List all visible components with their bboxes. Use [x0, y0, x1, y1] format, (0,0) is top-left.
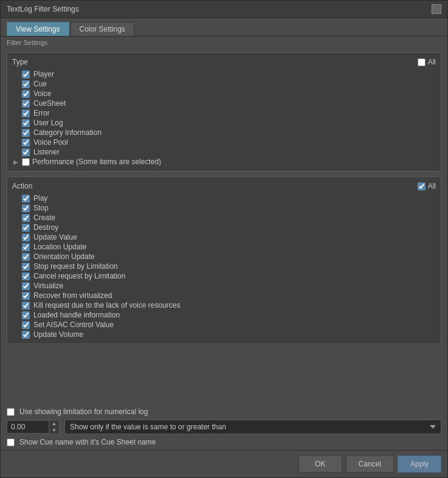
action-section-title: Action	[12, 182, 32, 190]
cue-name-label: Show Cue name with it's Cue Sheet name	[19, 438, 156, 446]
type-performance-label: Performance (Some items are selected)	[32, 158, 161, 166]
type-userlog-checkbox[interactable]	[22, 119, 30, 127]
type-performance-checkbox[interactable]	[22, 158, 30, 166]
list-item: User Log	[22, 119, 436, 127]
type-section-title: Type	[12, 58, 28, 66]
type-cue-checkbox[interactable]	[22, 80, 30, 88]
limitation-checkbox[interactable]	[7, 408, 15, 416]
spinner-down-button[interactable]: ▼	[49, 427, 59, 434]
action-orientationupdate-checkbox[interactable]	[22, 253, 30, 261]
type-userlog-label: User Log	[33, 119, 63, 127]
list-item: Voice	[22, 89, 436, 98]
action-locationupdate-label: Location Update	[33, 243, 86, 251]
type-voicepool-label: Voice Pool	[33, 138, 68, 147]
action-cancelrequest-checkbox[interactable]	[22, 272, 30, 280]
list-item: Error	[22, 109, 436, 117]
main-window: TextLog Filter Settings View Settings Co…	[0, 0, 448, 478]
list-item: Cue	[22, 80, 436, 88]
action-play-checkbox[interactable]	[22, 195, 30, 203]
action-killrequest-label: Kill request due to the lack of voice re…	[33, 301, 180, 310]
action-stoprequest-checkbox[interactable]	[22, 263, 30, 271]
action-all-checkbox[interactable]	[418, 182, 426, 190]
action-create-label: Create	[33, 213, 55, 222]
limitation-checkbox-row: Use showing limitation for numerical log	[7, 407, 441, 416]
action-virtualize-checkbox[interactable]	[22, 282, 30, 290]
action-orientationupdate-label: Orientation Update	[33, 252, 95, 261]
limitation-input-row: ▲ ▼ Show only if the value is same to or…	[7, 420, 441, 434]
type-all-label: All	[428, 58, 436, 66]
tab-color-settings[interactable]: Color Settings	[71, 22, 134, 36]
apply-button[interactable]: Apply	[398, 455, 441, 473]
list-item: Update Volume	[22, 330, 436, 339]
action-recovervirt-checkbox[interactable]	[22, 292, 30, 300]
tab-view-settings[interactable]: View Settings	[7, 22, 69, 36]
cue-name-checkbox[interactable]	[7, 438, 15, 446]
list-item: Create	[22, 213, 436, 222]
limitation-dropdown[interactable]: Show only if the value is same to or gre…	[64, 420, 441, 434]
cue-name-row: Show Cue name with it's Cue Sheet name	[7, 438, 441, 446]
tree-arrow-icon: ▶	[13, 159, 19, 165]
action-updatevolume-label: Update Volume	[33, 330, 83, 339]
action-setaisac-checkbox[interactable]	[22, 321, 30, 329]
type-player-label: Player	[33, 70, 54, 78]
type-checkbox-list: Player Cue Voice CueSheet Error	[12, 70, 436, 166]
list-item: Player	[22, 70, 436, 78]
action-virtualize-label: Virtualize	[33, 282, 63, 290]
type-cuesheet-checkbox[interactable]	[22, 100, 30, 108]
num-input-group: ▲ ▼	[7, 420, 60, 434]
type-cuesheet-label: CueSheet	[33, 99, 66, 108]
action-checkbox-list: Play Stop Create Destroy Update Value	[12, 194, 436, 339]
action-killrequest-checkbox[interactable]	[22, 302, 30, 310]
action-destroy-checkbox[interactable]	[22, 224, 30, 232]
footer-buttons: OK Cancel Apply	[1, 450, 447, 477]
action-stop-checkbox[interactable]	[22, 204, 30, 212]
type-section-header: Type All	[12, 58, 436, 66]
bottom-section: Use showing limitation for numerical log…	[1, 404, 447, 450]
action-section: Action All Play Stop Create	[7, 176, 441, 344]
cancel-button[interactable]: Cancel	[346, 455, 394, 473]
type-error-checkbox[interactable]	[22, 109, 30, 117]
action-recovervirt-label: Recover from virtualized	[33, 291, 112, 300]
list-item: Orientation Update	[22, 252, 436, 261]
close-icon[interactable]	[432, 4, 441, 14]
type-voice-label: Voice	[33, 89, 51, 98]
action-locationupdate-checkbox[interactable]	[22, 243, 30, 251]
tab-bar: View Settings Color Settings	[1, 18, 447, 36]
num-input[interactable]	[7, 420, 49, 434]
action-destroy-label: Destroy	[33, 223, 58, 232]
ok-button[interactable]: OK	[298, 455, 342, 473]
action-all-label: All	[428, 182, 436, 190]
type-player-checkbox[interactable]	[22, 71, 30, 78]
action-loadedhandle-checkbox[interactable]	[22, 311, 30, 319]
type-voicepool-checkbox[interactable]	[22, 139, 30, 147]
list-item: Stop request by Limitation	[22, 262, 436, 271]
action-updatevalue-label: Update Value	[33, 233, 77, 241]
spinner-up-button[interactable]: ▲	[49, 420, 59, 427]
action-cancelrequest-label: Cancel request by Limitation	[33, 272, 125, 280]
type-all-checkbox[interactable]	[418, 58, 426, 66]
action-updatevolume-checkbox[interactable]	[22, 331, 30, 339]
spinner-buttons: ▲ ▼	[49, 420, 60, 434]
list-item: ▶ Performance (Some items are selected)	[13, 158, 436, 166]
action-updatevalue-checkbox[interactable]	[22, 234, 30, 241]
list-item: CueSheet	[22, 99, 436, 108]
list-item: Virtualize	[22, 282, 436, 290]
action-stoprequest-label: Stop request by Limitation	[33, 262, 118, 271]
list-item: Voice Pool	[22, 138, 436, 147]
limitation-label: Use showing limitation for numerical log	[19, 407, 148, 416]
action-section-header: Action All	[12, 182, 436, 190]
action-create-checkbox[interactable]	[22, 214, 30, 222]
list-item: Location Update	[22, 243, 436, 251]
action-play-label: Play	[33, 194, 47, 203]
list-item: Stop	[22, 204, 436, 212]
title-bar: TextLog Filter Settings	[1, 1, 447, 18]
type-listener-label: Listener	[33, 148, 60, 156]
type-catinfo-checkbox[interactable]	[22, 129, 30, 137]
type-cue-label: Cue	[33, 80, 47, 88]
type-listener-checkbox[interactable]	[22, 148, 30, 156]
list-item: Cancel request by Limitation	[22, 272, 436, 280]
list-item: Listener	[22, 148, 436, 156]
list-item: Update Value	[22, 233, 436, 241]
type-voice-checkbox[interactable]	[22, 90, 30, 98]
action-stop-label: Stop	[33, 204, 49, 212]
